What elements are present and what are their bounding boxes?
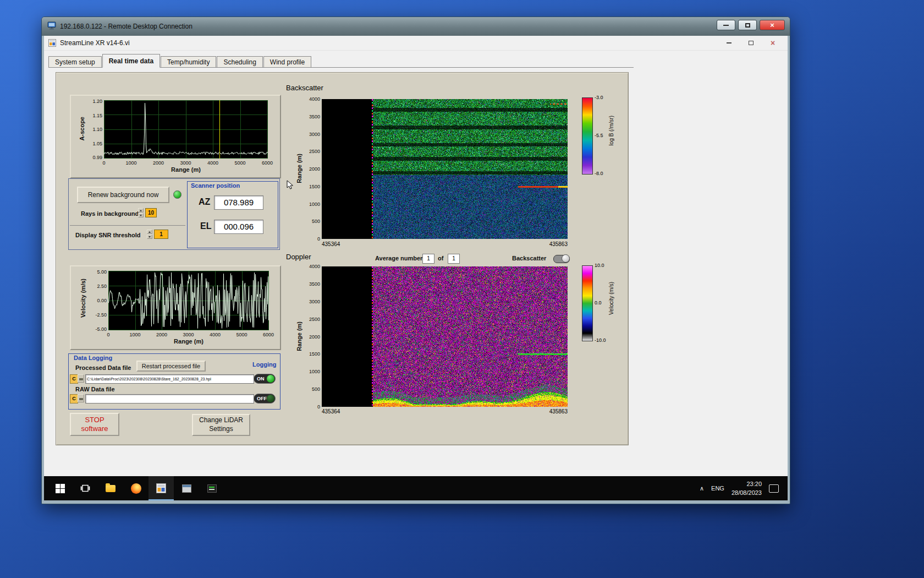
taskbar: ∧ ENG 23:20 28/08/2023 xyxy=(44,476,788,500)
axis-tick-label: -5.00 xyxy=(88,326,107,332)
rdp-icon xyxy=(47,21,56,32)
axis-tick-label: 4000 xyxy=(301,96,320,102)
tab-system-setup[interactable]: System setup xyxy=(48,56,102,67)
minimize-icon xyxy=(727,42,732,43)
front-panel: A-scope Range (m) 1.201.151.101.050.9901… xyxy=(56,72,629,445)
data-logging-title: Data Logging xyxy=(74,355,112,361)
a-scope-plot-group: A-scope Range (m) 1.201.151.101.050.9901… xyxy=(70,95,281,178)
snr-threshold-field[interactable]: 1 xyxy=(154,230,168,239)
taskbar-clock[interactable]: 23:20 28/08/2023 xyxy=(732,479,762,498)
rays-in-background-field[interactable]: 10 xyxy=(145,208,157,217)
axis-tick-label: 2000 xyxy=(153,160,164,166)
azimuth-label: AZ xyxy=(199,197,210,207)
increment-icon[interactable] xyxy=(147,230,152,234)
backscatter-x-end-label: 435863 xyxy=(546,241,568,247)
axis-tick-label: 1500 xyxy=(301,184,320,189)
axis-tick-label: 500 xyxy=(301,219,320,224)
axis-tick-label: 0.99 xyxy=(84,155,102,160)
mouse-cursor xyxy=(287,180,294,190)
tab-temp-humidity[interactable]: Temp/humidity xyxy=(161,56,216,67)
tray-expand-caret-icon[interactable]: ∧ xyxy=(700,485,704,492)
tab-wind-profile[interactable]: Wind profile xyxy=(263,56,311,67)
increment-icon[interactable] xyxy=(138,208,144,212)
colorbar-tick-label: -3.0 xyxy=(595,95,603,100)
axis-tick-label: 500 xyxy=(301,386,320,392)
raw-path-field[interactable] xyxy=(85,394,254,403)
change-lidar-settings-button[interactable]: Change LiDAR Settings xyxy=(192,414,250,436)
language-indicator[interactable]: ENG xyxy=(711,485,724,492)
app-minimize-button[interactable] xyxy=(722,37,736,49)
rdp-maximize-button[interactable] xyxy=(738,20,757,30)
scan-scheduler-app-button[interactable] xyxy=(174,476,199,500)
doppler-heatmap xyxy=(322,266,568,407)
folder-icon xyxy=(106,485,116,492)
elevation-value: 000.096 xyxy=(214,220,263,234)
stop-software-button[interactable]: STOP software xyxy=(70,413,119,436)
axis-tick-label: 3000 xyxy=(183,332,194,337)
rdp-titlebar[interactable]: 192.168.0.122 - Remote Desktop Connectio… xyxy=(42,17,790,36)
rdp-window: 192.168.0.122 - Remote Desktop Connectio… xyxy=(41,17,790,504)
processed-drive-selector[interactable]: C xyxy=(70,374,78,384)
tab-scheduling[interactable]: Scheduling xyxy=(217,56,262,67)
axis-tick-label: 1000 xyxy=(301,201,320,207)
axis-tick-label: 0 xyxy=(301,236,320,242)
restart-processed-file-button[interactable]: Restart processed file xyxy=(136,361,206,372)
decrement-icon[interactable] xyxy=(147,235,152,239)
renew-status-led xyxy=(173,190,182,199)
axis-tick-label: 1500 xyxy=(301,351,320,357)
app-close-button[interactable]: × xyxy=(766,37,780,49)
backscatter-colorbar xyxy=(582,97,593,175)
axis-tick-label: 3000 xyxy=(301,299,320,304)
axis-tick-label: 5000 xyxy=(234,160,245,166)
tab-real-time-data[interactable]: Real time data xyxy=(102,54,160,68)
a-scope-plot[interactable] xyxy=(104,100,268,159)
raw-browse-button[interactable] xyxy=(78,394,84,402)
decrement-icon[interactable] xyxy=(138,213,144,217)
app-restore-button[interactable] xyxy=(744,37,758,49)
axis-tick-label: 2000 xyxy=(301,166,320,172)
axis-tick-label: 0 xyxy=(301,404,320,410)
data-logging-group: Data Logging Processed Data file Restart… xyxy=(68,353,280,410)
processed-toggle-knob xyxy=(267,375,274,383)
rdp-close-button[interactable]: × xyxy=(760,20,785,30)
raw-drive-selector[interactable]: C xyxy=(70,394,78,403)
processed-toggle-label: ON xyxy=(257,374,265,383)
processed-browse-button[interactable] xyxy=(78,374,84,383)
labview-app-button[interactable] xyxy=(148,476,174,500)
stop-button-line1: STOP xyxy=(85,416,104,424)
snr-spinner[interactable] xyxy=(147,230,152,239)
backscatter-x-start-label: 435364 xyxy=(322,241,340,247)
axis-tick-label: 3500 xyxy=(301,114,320,119)
axis-tick-label: 4000 xyxy=(210,332,221,337)
task-view-button[interactable] xyxy=(73,476,98,500)
app-titlebar[interactable]: StreamLine XR v14-6.vi × xyxy=(44,36,788,51)
processed-path-field[interactable]: C:\Lidar\Data\Proc\2023\202308\20230828\… xyxy=(85,374,254,384)
start-button[interactable] xyxy=(47,476,73,500)
axis-tick-label: 5000 xyxy=(236,332,247,337)
terminal-icon xyxy=(207,484,217,493)
axis-tick-label: 3000 xyxy=(301,132,320,137)
labview-app-icon xyxy=(156,483,166,493)
raw-logging-toggle[interactable]: OFF xyxy=(254,394,276,403)
maximize-icon xyxy=(745,23,750,28)
action-center-icon[interactable] xyxy=(769,484,779,493)
remote-desktop-screen: StreamLine XR v14-6.vi × System setup Re… xyxy=(44,36,788,500)
terminal-app-button[interactable] xyxy=(199,476,224,500)
backscatter-heatmap-block: Range (m) 435364 435863 -3.0 -5.5 -8.0 l… xyxy=(293,94,625,259)
azimuth-value: 078.989 xyxy=(214,195,263,210)
renew-background-button[interactable]: Renew background now xyxy=(77,187,169,203)
axis-tick-label: 3000 xyxy=(180,160,191,166)
axis-tick-label: 1.15 xyxy=(84,113,102,118)
doppler-heatmap-block: Range (m) 435364 435863 10.0 0.0 -10.0 V… xyxy=(293,261,625,426)
doppler-x-start-label: 435364 xyxy=(322,408,340,415)
rays-spinner[interactable] xyxy=(138,208,144,217)
processed-logging-toggle[interactable]: ON xyxy=(254,374,276,384)
axis-tick-label: 2000 xyxy=(156,332,167,337)
file-explorer-button[interactable] xyxy=(98,476,123,500)
velocity-plot xyxy=(108,271,269,330)
firefox-button[interactable] xyxy=(123,476,148,500)
divider xyxy=(70,225,185,226)
rdp-minimize-button[interactable] xyxy=(717,20,735,30)
velocity-y-axis-label: Velocity (m/s) xyxy=(80,279,86,318)
scanner-position-title: Scanner position xyxy=(191,182,240,189)
